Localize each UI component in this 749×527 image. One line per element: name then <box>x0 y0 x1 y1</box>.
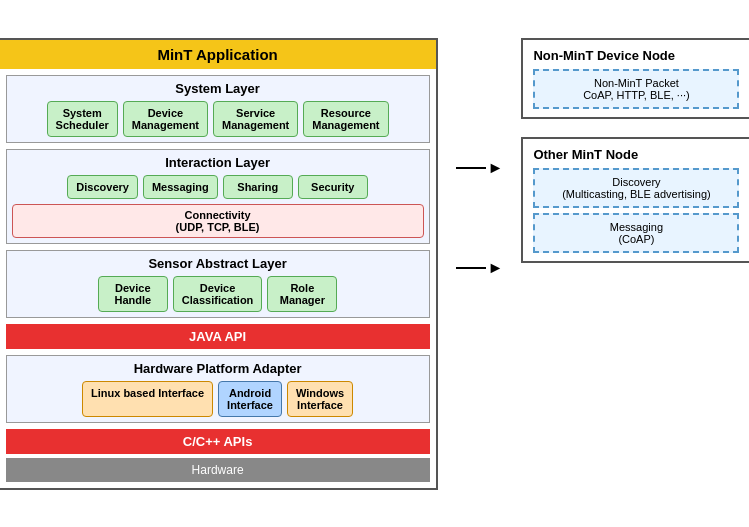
right-arrowhead-1: ► <box>488 160 504 176</box>
mint-app-bar: MinT Application <box>0 40 436 69</box>
java-api-bar: JAVA API <box>6 324 430 349</box>
system-layer-title: System Layer <box>12 81 424 96</box>
sensor-layer: Sensor Abstract Layer DeviceHandle Devic… <box>6 250 430 318</box>
service-management-box: ServiceManagement <box>213 101 298 137</box>
interaction-layer-title: Interaction Layer <box>12 155 424 170</box>
cpp-api-bar: C/C++ APIs <box>6 429 430 454</box>
right-panel: Non-MinT Device Node Non-MinT PacketCoAP… <box>521 38 749 263</box>
connectivity-box: Connectivity(UDP, TCP, BLE) <box>12 204 424 238</box>
system-layer: System Layer SystemScheduler DeviceManag… <box>6 75 430 143</box>
hw-platform-title: Hardware Platform Adapter <box>12 361 424 376</box>
arrow-line-1 <box>456 167 486 169</box>
sensor-layer-title: Sensor Abstract Layer <box>12 256 424 271</box>
interaction-layer: Interaction Layer Discovery Messaging Sh… <box>6 149 430 244</box>
other-mint-messaging: Messaging(CoAP) <box>533 213 739 253</box>
system-boxes-row: SystemScheduler DeviceManagement Service… <box>12 101 424 137</box>
sharing-box: Sharing <box>223 175 293 199</box>
discovery-box: Discovery <box>67 175 138 199</box>
security-box: Security <box>298 175 368 199</box>
device-classification-box: DeviceClassification <box>173 276 263 312</box>
hw-boxes-row: Linux based Interface AndroidInterface W… <box>12 381 424 417</box>
other-mint-node-box: Other MinT Node Discovery(Multicasting, … <box>521 137 749 263</box>
other-mint-node-title: Other MinT Node <box>533 147 739 162</box>
windows-interface-box: WindowsInterface <box>287 381 353 417</box>
architecture-diagram: MinT Application System Layer SystemSche… <box>0 38 438 490</box>
system-scheduler-box: SystemScheduler <box>47 101 118 137</box>
device-management-box: DeviceManagement <box>123 101 208 137</box>
resource-management-box: ResourceManagement <box>303 101 388 137</box>
arrow-line-2 <box>456 267 486 269</box>
other-mint-discovery: Discovery(Multicasting, BLE advertising) <box>533 168 739 208</box>
sensor-boxes-row: DeviceHandle DeviceClassification RoleMa… <box>12 276 424 312</box>
main-container: MinT Application System Layer SystemSche… <box>0 28 749 500</box>
non-mint-node-box: Non-MinT Device Node Non-MinT PacketCoAP… <box>521 38 749 119</box>
non-mint-content: Non-MinT PacketCoAP, HTTP, BLE, ···) <box>533 69 739 109</box>
device-handle-box: DeviceHandle <box>98 276 168 312</box>
role-manager-box: RoleManager <box>267 276 337 312</box>
right-arrowhead-2: ► <box>488 260 504 276</box>
linux-interface-box: Linux based Interface <box>82 381 213 417</box>
arrow-to-othermint: ► <box>456 260 504 276</box>
arrows-column: ► ► <box>456 118 504 318</box>
arrow-to-nonmint: ► <box>456 160 504 176</box>
hardware-bar: Hardware <box>6 458 430 482</box>
android-interface-box: AndroidInterface <box>218 381 282 417</box>
non-mint-node-title: Non-MinT Device Node <box>533 48 739 63</box>
messaging-box: Messaging <box>143 175 218 199</box>
interaction-boxes-row: Discovery Messaging Sharing Security <box>12 175 424 199</box>
hw-platform-layer: Hardware Platform Adapter Linux based In… <box>6 355 430 423</box>
